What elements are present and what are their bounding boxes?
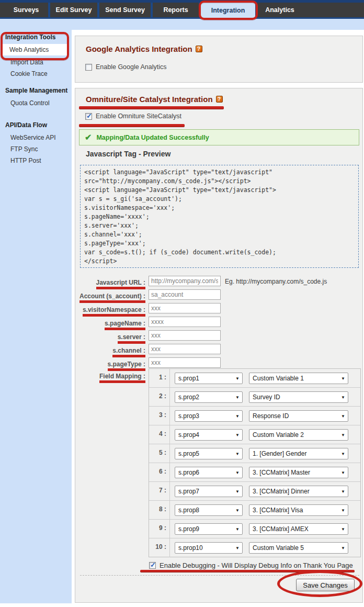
account-input[interactable] xyxy=(149,289,221,300)
target-select-9[interactable]: 3. [CCMatrix] AMEX▼ xyxy=(249,523,348,535)
target-select-value: 3. [CCMatrix] AMEX xyxy=(253,525,309,533)
account-label: Account (s_account) : xyxy=(79,293,145,303)
page-name-input[interactable] xyxy=(149,317,221,327)
target-select-7[interactable]: 3. [CCMatrix] Dinner▼ xyxy=(249,486,348,497)
code-line: <script language="JavaScript" type="text… xyxy=(84,168,358,177)
target-select-5[interactable]: 1. [Gender] Gender▼ xyxy=(249,448,348,459)
prop-select-8[interactable]: s.prop8▼ xyxy=(175,504,243,516)
form-row-channel: s.channel : xyxy=(75,344,363,357)
mapping-row-number: 7 : xyxy=(149,482,170,500)
javascript-url-input[interactable] xyxy=(149,276,221,286)
google-analytics-panel: Google Analytics Integration ? Enable Go… xyxy=(75,36,363,83)
tab-integration[interactable]: Integration xyxy=(201,3,255,19)
mapping-row-number: 6 : xyxy=(149,463,170,481)
mapping-row-number: 8 : xyxy=(149,501,170,519)
prop-select-5[interactable]: s.prop5▼ xyxy=(175,448,243,459)
prop-select-6[interactable]: s.prop6▼ xyxy=(175,467,243,478)
mapping-row-5: 5 : s.prop5▼ 1. [Gender] Gender▼ xyxy=(149,444,360,463)
chevron-down-icon: ▼ xyxy=(235,414,240,419)
prop-select-10[interactable]: s.prop10▼ xyxy=(175,542,243,554)
tab-send-survey[interactable]: Send Survey xyxy=(99,3,151,17)
enable-debugging-label: Enable Debugging - Will Display Debug In… xyxy=(160,561,353,569)
channel-input[interactable] xyxy=(149,344,221,354)
enable-google-analytics-row: Enable Google Analytics xyxy=(85,63,167,71)
tab-edit-survey[interactable]: Edit Survey xyxy=(50,3,97,17)
chevron-down-icon: ▼ xyxy=(341,527,345,532)
target-select-10[interactable]: Custom Variable 5▼ xyxy=(249,542,348,554)
visitor-namespace-input[interactable] xyxy=(149,303,221,313)
prop-select-7[interactable]: s.prop7▼ xyxy=(175,486,243,497)
omniture-panel: Omniture/Site Catalyst Integration ? Ena… xyxy=(75,88,363,603)
page-type-label: s.pageType : xyxy=(108,361,145,371)
enable-omniture-checkbox[interactable] xyxy=(85,113,92,120)
chevron-down-icon: ▼ xyxy=(235,395,240,400)
target-select-2[interactable]: Survey ID▼ xyxy=(249,391,348,403)
page-type-input[interactable] xyxy=(149,357,221,368)
sidebar-item-web-analytics[interactable]: Web Analytics xyxy=(2,44,69,55)
prop-select-value: s.prop7 xyxy=(178,488,199,495)
prop-select-value: s.prop1 xyxy=(178,375,199,382)
omniture-title-text: Omniture/Site Catalyst Integration xyxy=(86,95,213,104)
integration-settings-page: Surveys Edit Survey Send Survey Reports … xyxy=(0,0,364,607)
sidebar-item-http-post[interactable]: HTTP Post xyxy=(0,155,72,166)
annotation-underline-omniture-title xyxy=(79,106,224,109)
target-select-8[interactable]: 3. [CCMatrix] Visa▼ xyxy=(249,504,348,516)
chevron-down-icon: ▼ xyxy=(341,546,345,550)
mapping-row-number: 10 : xyxy=(149,538,170,557)
enable-omniture-label: Enable Omniture SiteCatalyst xyxy=(96,113,181,120)
tab-analytics[interactable]: Analytics xyxy=(257,3,302,17)
prop-select-3[interactable]: s.prop3▼ xyxy=(175,410,243,422)
server-input[interactable] xyxy=(149,330,221,341)
mapping-row-4: 4 : s.prop4▼ Custom Variable 2▼ xyxy=(149,425,360,444)
help-icon[interactable]: ? xyxy=(216,96,223,103)
mapping-row-number: 3 : xyxy=(149,407,170,425)
enable-debugging-row: Enable Debugging - Will Display Debug In… xyxy=(149,561,353,569)
annotation-underline-enable-omniture xyxy=(79,124,185,127)
prop-select-2[interactable]: s.prop2▼ xyxy=(175,391,243,403)
prop-select-9[interactable]: s.prop9▼ xyxy=(175,523,243,535)
sidebar: Integration Tools Web Analytics Import D… xyxy=(0,19,72,603)
target-select-value: Custom Variable 2 xyxy=(253,431,304,439)
sidebar-item-cookie-trace[interactable]: Cookie Trace xyxy=(0,68,72,80)
omniture-title: Omniture/Site Catalyst Integration ? xyxy=(86,95,223,104)
code-line: var s = s_gi('sa_account'); xyxy=(84,195,358,204)
sidebar-spacer xyxy=(0,80,72,87)
success-check-icon: ✔ xyxy=(85,132,92,142)
tab-reports[interactable]: Reports xyxy=(153,3,199,17)
target-select-3[interactable]: Response ID▼ xyxy=(249,410,348,422)
mapping-row-1: 1 : s.prop1▼ Custom Variable 1▼ xyxy=(149,369,360,388)
google-analytics-title: Google Analytics Integration ? xyxy=(86,44,202,53)
footer-divider xyxy=(80,575,359,576)
help-icon[interactable]: ? xyxy=(196,46,202,52)
prop-select-4[interactable]: s.prop4▼ xyxy=(175,429,243,441)
prop-select-1[interactable]: s.prop1▼ xyxy=(175,373,243,384)
enable-debugging-checkbox[interactable] xyxy=(149,562,156,569)
target-select-6[interactable]: 3. [CCMatrix] Master▼ xyxy=(249,467,348,478)
nav-underline xyxy=(0,17,364,19)
chevron-down-icon: ▼ xyxy=(341,508,345,513)
target-select-4[interactable]: Custom Variable 2▼ xyxy=(249,429,348,441)
sidebar-item-ftp-sync[interactable]: FTP Sync xyxy=(0,143,72,155)
code-line: s.pageName='xxxx'; xyxy=(84,212,358,221)
chevron-down-icon: ▼ xyxy=(341,452,345,456)
mapping-row-2: 2 : s.prop2▼ Survey ID▼ xyxy=(149,388,360,407)
mapping-row-number: 9 : xyxy=(149,520,170,538)
code-line: var s_code=s.t(); if (s_code) document.w… xyxy=(84,248,358,257)
sidebar-item-webservice-api[interactable]: WebService API xyxy=(0,132,72,143)
javascript-tag-preview-title: Javascript Tag - Preview xyxy=(86,150,170,158)
sidebar-item-import-data[interactable]: Import Data xyxy=(0,57,72,68)
sidebar-item-quota-control[interactable]: Quota Control xyxy=(0,97,72,109)
enable-google-analytics-checkbox[interactable] xyxy=(85,64,92,71)
save-changes-button[interactable]: Save Changes xyxy=(296,579,355,591)
mapping-row-10: 10 : s.prop10▼ Custom Variable 5▼ xyxy=(149,538,360,557)
visitor-namespace-label: s.visitorNamespace : xyxy=(83,306,145,317)
code-line: s.server='xxx'; xyxy=(84,221,358,230)
sidebar-header-integration-tools: Integration Tools xyxy=(5,33,72,41)
target-select-value: Response ID xyxy=(253,412,289,420)
target-select-1[interactable]: Custom Variable 1▼ xyxy=(249,373,348,384)
mapping-row-7: 7 : s.prop7▼ 3. [CCMatrix] Dinner▼ xyxy=(149,482,360,501)
tab-surveys[interactable]: Surveys xyxy=(4,3,48,17)
target-select-value: Custom Variable 1 xyxy=(253,375,304,382)
chevron-down-icon: ▼ xyxy=(341,489,345,494)
field-mapping-table: 1 : s.prop1▼ Custom Variable 1▼ 2 : s.pr… xyxy=(149,368,361,557)
